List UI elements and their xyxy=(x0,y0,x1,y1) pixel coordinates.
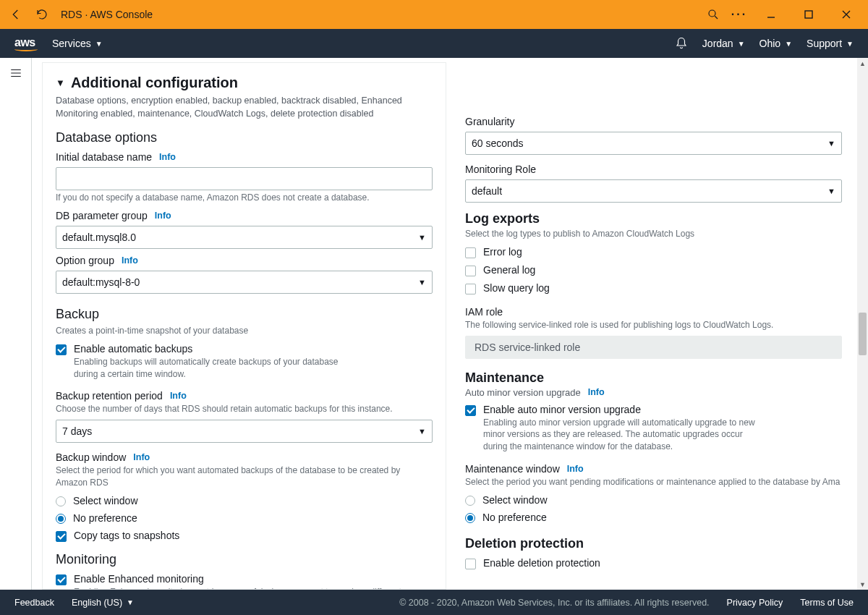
monitoring-heading: Monitoring xyxy=(56,552,433,567)
info-link[interactable]: Info xyxy=(133,452,150,462)
info-link[interactable]: Info xyxy=(155,211,171,221)
enable-monitoring-label: Enable Enhanced monitoring xyxy=(74,573,414,585)
left-rail xyxy=(0,58,32,590)
svg-point-0 xyxy=(709,10,715,17)
feedback-link[interactable]: Feedback xyxy=(14,598,54,608)
granularity-select[interactable]: 60 seconds▼ xyxy=(465,132,842,155)
chevron-down-icon: ▼ xyxy=(827,187,835,195)
general-log-checkbox[interactable] xyxy=(465,266,476,276)
svg-rect-1 xyxy=(805,11,812,18)
back-icon[interactable] xyxy=(9,7,23,22)
aws-top-nav: aws Services▼ Jordan▼ Ohio▼ Support▼ xyxy=(0,29,868,58)
backup-window-select-radio[interactable] xyxy=(56,496,66,506)
info-link[interactable]: Info xyxy=(170,391,187,401)
language-select[interactable]: English (US)▼ xyxy=(72,598,134,608)
iam-role-sub: The following service-linked role is use… xyxy=(465,319,842,331)
window-title: RDS · AWS Console xyxy=(61,9,153,20)
region-menu[interactable]: Ohio▼ xyxy=(760,38,792,49)
auto-minor-sub: Auto minor version upgradeInfo xyxy=(465,387,842,398)
section-toggle[interactable]: ▼Additional configuration xyxy=(56,75,433,91)
enable-backups-checkbox[interactable] xyxy=(56,344,67,355)
info-link[interactable]: Info xyxy=(588,387,605,397)
slow-log-checkbox[interactable] xyxy=(465,284,476,294)
browser-titlebar: RDS · AWS Console ··· xyxy=(0,0,868,29)
services-menu[interactable]: Services▼ xyxy=(52,38,103,49)
chevron-down-icon: ▼ xyxy=(418,233,426,242)
copy-tags-checkbox[interactable] xyxy=(56,531,67,542)
info-link[interactable]: Info xyxy=(159,152,176,162)
enable-backups-label: Enable automatic backups xyxy=(74,343,341,355)
iam-role-heading: IAM role xyxy=(465,306,842,318)
maint-window-label: Maintenance windowInfo xyxy=(465,463,842,475)
monitoring-role-select[interactable]: default▼ xyxy=(465,179,842,203)
option-group-label: Option groupInfo xyxy=(56,255,433,266)
backup-heading: Backup xyxy=(56,307,433,322)
maximize-button[interactable] xyxy=(796,3,822,26)
privacy-link[interactable]: Privacy Policy xyxy=(727,598,783,608)
backup-window-label: Backup windowInfo xyxy=(56,451,433,463)
search-icon[interactable] xyxy=(706,7,720,22)
support-menu[interactable]: Support▼ xyxy=(807,38,854,49)
info-link[interactable]: Info xyxy=(567,464,584,474)
backup-window-help: Select the period for which you want aut… xyxy=(56,465,433,489)
retention-select[interactable]: 7 days▼ xyxy=(56,420,433,443)
granularity-label: Granularity xyxy=(465,116,842,127)
chevron-down-icon: ▼ xyxy=(827,139,835,148)
aws-footer: Feedback English (US)▼ © 2008 - 2020, Am… xyxy=(0,590,868,615)
account-menu[interactable]: Jordan▼ xyxy=(702,38,745,49)
aws-logo[interactable]: aws xyxy=(14,36,38,51)
terms-link[interactable]: Terms of Use xyxy=(800,598,854,608)
deletion-heading: Deletion protection xyxy=(465,536,842,551)
auto-minor-help: Enabling auto minor version upgrade will… xyxy=(483,417,758,453)
log-exports-sub: Select the log types to publish to Amazo… xyxy=(465,228,842,240)
maint-window-help: Select the period you want pending modif… xyxy=(465,476,842,488)
chevron-down-icon: ▼ xyxy=(418,427,426,436)
log-exports-heading: Log exports xyxy=(465,211,842,226)
enable-backups-help: Enabling backups will automatically crea… xyxy=(74,356,341,381)
maint-window-select-radio[interactable] xyxy=(465,496,475,506)
scroll-thumb[interactable] xyxy=(859,313,867,355)
copyright: © 2008 - 2020, Amazon Web Services, Inc.… xyxy=(399,598,709,608)
section-subtitle: Database options, encryption enabled, ba… xyxy=(56,94,433,120)
maintenance-heading: Maintenance xyxy=(465,370,842,386)
option-group-select[interactable]: default:mysql-8-0▼ xyxy=(56,271,433,294)
auto-minor-label: Enable auto minor version upgrade xyxy=(483,404,758,415)
info-link[interactable]: Info xyxy=(122,255,138,266)
maint-window-nopref-radio[interactable] xyxy=(465,513,475,523)
error-log-checkbox[interactable] xyxy=(465,247,476,258)
more-icon[interactable]: ··· xyxy=(732,7,746,22)
backup-window-nopref-radio[interactable] xyxy=(56,514,66,524)
chevron-down-icon: ▼ xyxy=(418,278,426,287)
retention-label: Backup retention periodInfo xyxy=(56,390,433,402)
backup-sub: Creates a point-in-time snapshot of your… xyxy=(56,325,433,337)
auto-minor-checkbox[interactable] xyxy=(465,405,476,416)
param-group-select[interactable]: default.mysql8.0▼ xyxy=(56,226,433,249)
initial-db-name-help: If you do not specify a database name, A… xyxy=(56,192,433,204)
config-panel-right: Granularity 60 seconds▼ Monitoring Role … xyxy=(461,62,855,590)
enable-monitoring-checkbox[interactable] xyxy=(56,574,67,585)
scroll-down-icon[interactable]: ▼ xyxy=(857,579,868,590)
scrollbar[interactable]: ▲ ▼ xyxy=(857,58,868,590)
retention-help: Choose the number of days that RDS shoul… xyxy=(56,403,433,415)
scroll-up-icon[interactable]: ▲ xyxy=(857,58,868,69)
hamburger-icon[interactable] xyxy=(9,67,22,82)
close-button[interactable] xyxy=(833,3,859,26)
monitoring-role-label: Monitoring Role xyxy=(465,164,842,175)
param-group-label: DB parameter groupInfo xyxy=(56,210,433,221)
notifications-icon[interactable] xyxy=(675,37,688,50)
reload-icon[interactable] xyxy=(35,7,49,22)
db-options-heading: Database options xyxy=(56,130,433,145)
deletion-protection-checkbox[interactable] xyxy=(465,559,476,569)
config-panel-left: ▼Additional configuration Database optio… xyxy=(42,62,446,590)
caret-down-icon: ▼ xyxy=(56,77,65,88)
initial-db-name-label: Initial database nameInfo xyxy=(56,151,433,163)
initial-db-name-input[interactable] xyxy=(56,167,433,190)
minimize-button[interactable] xyxy=(758,3,784,26)
iam-role-value: RDS service-linked role xyxy=(465,336,842,359)
